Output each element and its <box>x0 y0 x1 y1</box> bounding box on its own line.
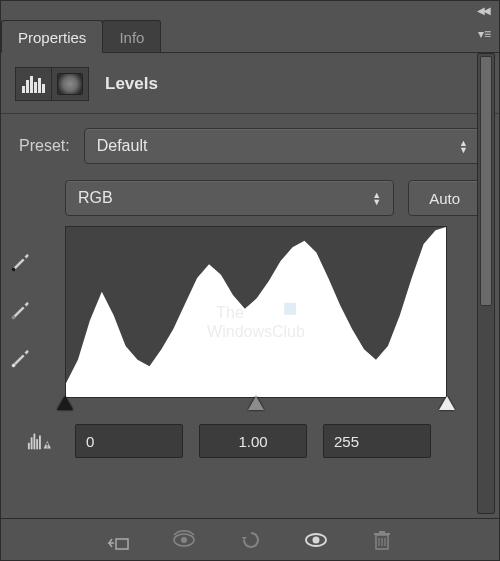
svg-rect-9 <box>28 443 30 449</box>
gamma-input[interactable]: 1.00 <box>199 424 307 458</box>
collapse-icon[interactable]: ◀◀ <box>477 5 489 16</box>
svg-point-8 <box>12 364 16 368</box>
svg-rect-1 <box>26 80 29 93</box>
svg-rect-14 <box>46 443 48 446</box>
gamma-slider[interactable] <box>248 396 264 410</box>
svg-rect-0 <box>22 86 25 93</box>
svg-rect-2 <box>30 76 33 93</box>
svg-point-20 <box>313 536 320 543</box>
svg-point-6 <box>12 268 16 272</box>
svg-point-18 <box>181 537 187 543</box>
scrollbar-thumb[interactable] <box>480 56 492 306</box>
eyedropper-column <box>7 250 33 372</box>
black-point-eyedropper-icon[interactable] <box>7 250 33 276</box>
histogram[interactable]: The WindowsClub <box>65 226 447 398</box>
white-point-slider[interactable] <box>439 396 455 410</box>
reset-icon[interactable] <box>236 528 264 552</box>
svg-rect-12 <box>36 439 38 449</box>
black-point-input[interactable]: 0 <box>75 424 183 458</box>
input-slider-track[interactable] <box>65 396 447 414</box>
adjustment-title: Levels <box>105 74 158 94</box>
properties-panel: ◀◀ Properties Info ▾≡ Levels Preset: Def… <box>0 0 500 561</box>
levels-icon[interactable] <box>16 68 52 100</box>
mask-thumbnail-icon[interactable] <box>52 68 88 100</box>
panel-menu-icon[interactable]: ▾≡ <box>478 27 491 41</box>
updown-icon: ▲▼ <box>372 192 381 205</box>
black-point-slider[interactable] <box>57 396 73 410</box>
footer-bar <box>1 518 499 560</box>
preset-value: Default <box>97 137 148 155</box>
svg-rect-26 <box>379 531 385 533</box>
adjustment-header: Levels <box>1 53 499 113</box>
adjustment-icon-box <box>15 67 89 101</box>
svg-rect-11 <box>33 434 35 450</box>
svg-rect-3 <box>34 82 37 93</box>
vertical-scrollbar[interactable] <box>477 53 495 514</box>
auto-button[interactable]: Auto <box>408 180 481 216</box>
svg-rect-16 <box>116 539 128 549</box>
panel-topbar: ◀◀ <box>1 1 499 19</box>
updown-icon: ▲▼ <box>459 140 468 153</box>
svg-rect-5 <box>42 84 45 93</box>
preset-dropdown[interactable]: Default ▲▼ <box>84 128 481 164</box>
svg-rect-4 <box>38 78 41 93</box>
preset-label: Preset: <box>19 137 70 155</box>
tabs-row: Properties Info ▾≡ <box>1 19 499 53</box>
divider <box>1 113 499 114</box>
visibility-eye-icon[interactable] <box>302 528 330 552</box>
gray-point-eyedropper-icon[interactable] <box>7 298 33 324</box>
svg-rect-10 <box>31 437 33 449</box>
tab-properties[interactable]: Properties <box>1 20 103 53</box>
tab-info[interactable]: Info <box>102 20 161 52</box>
svg-point-7 <box>12 316 16 320</box>
channel-value: RGB <box>78 189 113 207</box>
white-point-input[interactable]: 255 <box>323 424 431 458</box>
white-point-eyedropper-icon[interactable] <box>7 346 33 372</box>
clip-to-layer-icon[interactable] <box>104 528 132 552</box>
input-values-row: 0 1.00 255 <box>19 424 481 458</box>
trash-icon[interactable] <box>368 528 396 552</box>
channel-dropdown[interactable]: RGB ▲▼ <box>65 180 394 216</box>
svg-rect-13 <box>39 435 41 449</box>
content-area: Preset: Default ▲▼ RGB ▲▼ Auto <box>1 128 499 458</box>
svg-rect-25 <box>374 533 390 535</box>
svg-rect-15 <box>46 447 48 448</box>
view-previous-icon[interactable] <box>170 528 198 552</box>
preset-row: Preset: Default ▲▼ <box>19 128 481 164</box>
channel-row: RGB ▲▼ Auto <box>65 180 481 216</box>
histogram-warning-icon[interactable] <box>19 431 59 451</box>
